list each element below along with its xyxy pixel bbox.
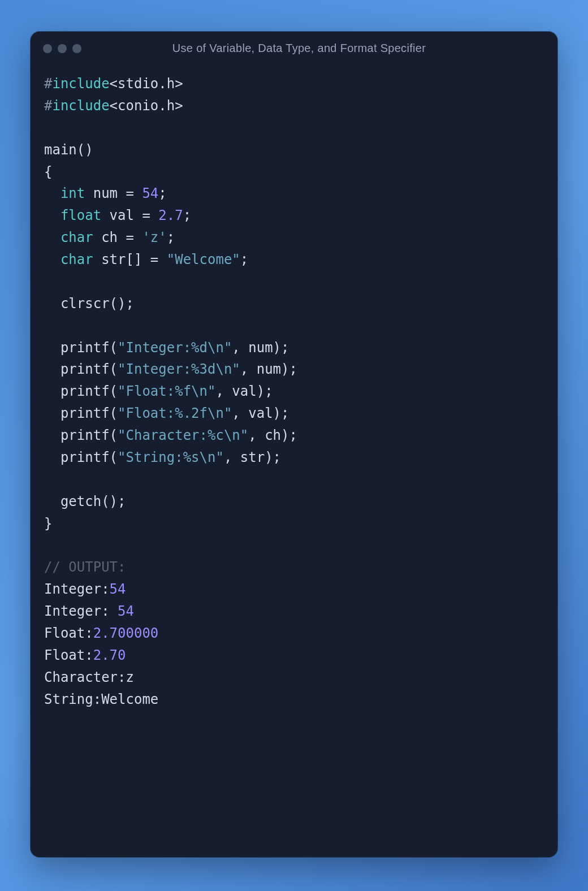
args: , ch);: [248, 427, 297, 443]
semi: ;: [158, 185, 166, 201]
brace: {: [44, 164, 52, 180]
semi: ;: [167, 230, 175, 245]
type-kw: char: [60, 252, 93, 267]
include-kw: include: [52, 76, 109, 92]
output-num: 54: [118, 603, 134, 619]
comment: // OUTPUT:: [44, 559, 126, 575]
parens: (): [77, 142, 93, 158]
call: printf(: [60, 449, 118, 465]
decl: str[] =: [93, 252, 167, 267]
type-kw: char: [60, 230, 93, 245]
args: , val);: [232, 405, 289, 421]
type-kw: int: [60, 185, 85, 201]
output-num: 2.700000: [93, 625, 159, 641]
titlebar: Use of Variable, Data Type, and Format S…: [31, 32, 557, 59]
window-title: Use of Variable, Data Type, and Format S…: [70, 42, 528, 55]
type-kw: float: [60, 207, 101, 223]
decl: ch =: [93, 230, 142, 245]
output-line: Float:: [44, 647, 93, 663]
args: , num);: [240, 361, 297, 377]
string-lit: "Integer:%3d\n": [118, 361, 240, 377]
char-lit: 'z': [142, 230, 166, 245]
output-line: String:Welcome: [44, 691, 158, 707]
string-lit: "Float:%.2f\n": [118, 405, 232, 421]
call: getch();: [60, 494, 126, 509]
include-header: <conio.h>: [110, 98, 183, 114]
output-num: 54: [110, 581, 126, 597]
decl: num =: [85, 185, 142, 201]
string-lit: "Integer:%d\n": [118, 340, 232, 356]
code-block: #include<stdio.h> #include<conio.h> main…: [31, 59, 557, 724]
output-line: Integer:: [44, 603, 118, 619]
number: 54: [142, 185, 158, 201]
fn-name: main: [44, 142, 77, 158]
preproc-hash: #: [44, 76, 52, 92]
brace: }: [44, 516, 52, 531]
call: printf(: [60, 405, 118, 421]
output-num: 2.70: [93, 647, 126, 663]
code-window: Use of Variable, Data Type, and Format S…: [31, 32, 557, 857]
decl: val =: [101, 207, 158, 223]
output-line: Integer:: [44, 581, 110, 597]
output-line: Character:z: [44, 669, 134, 685]
semi: ;: [183, 207, 191, 223]
preproc-hash: #: [44, 98, 52, 114]
string-lit: "Character:%c\n": [118, 427, 248, 443]
args: , val);: [215, 383, 273, 399]
call: printf(: [60, 383, 118, 399]
call: clrscr();: [60, 296, 134, 312]
include-kw: include: [52, 98, 109, 114]
include-header: <stdio.h>: [110, 76, 183, 92]
number: 2.7: [158, 207, 183, 223]
semi: ;: [240, 252, 248, 267]
output-line: Float:: [44, 625, 93, 641]
call: printf(: [60, 340, 118, 356]
call: printf(: [60, 427, 118, 443]
minimize-icon[interactable]: [58, 44, 67, 53]
call: printf(: [60, 361, 118, 377]
args: , str);: [224, 449, 281, 465]
args: , num);: [232, 340, 289, 356]
close-icon[interactable]: [43, 44, 52, 53]
string-lit: "Float:%f\n": [118, 383, 215, 399]
string-lit: "Welcome": [167, 252, 240, 267]
string-lit: "String:%s\n": [118, 449, 224, 465]
